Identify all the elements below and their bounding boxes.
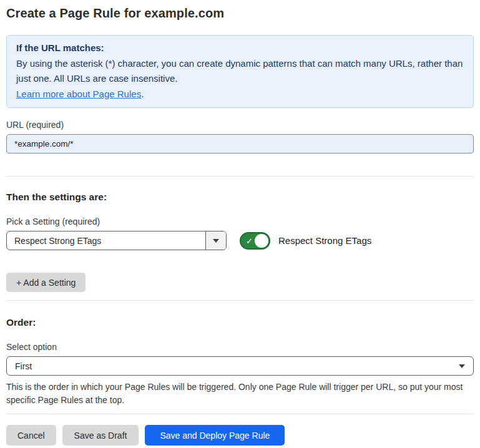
info-box-link-line: Learn more about Page Rules. [16, 87, 464, 102]
url-match-info-box: If the URL matches: By using the asteris… [6, 35, 474, 108]
order-section-heading: Order: [6, 317, 474, 328]
settings-section-heading: Then the settings are: [6, 192, 474, 203]
toggle-label: Respect Strong ETags [278, 235, 371, 246]
order-select-value: First [15, 361, 32, 371]
setting-select[interactable]: Respect Strong ETags [6, 231, 227, 250]
save-and-deploy-button[interactable]: Save and Deploy Page Rule [145, 425, 285, 446]
link-suffix-period: . [141, 89, 144, 99]
divider [6, 176, 474, 177]
url-field-label: URL (required) [6, 120, 474, 130]
info-box-body-text: By using the asterisk (*) character, you… [16, 58, 463, 84]
setting-select-caret-button[interactable] [205, 231, 226, 250]
check-icon: ✓ [246, 236, 253, 245]
setting-select-value: Respect Strong ETags [7, 231, 205, 250]
order-help-text: This is the order in which your Page Rul… [6, 381, 474, 407]
create-page-rule-form: Create a Page Rule for example.com If th… [0, 0, 480, 446]
order-select-label: Select option [6, 342, 474, 353]
url-input[interactable] [6, 134, 474, 153]
form-actions: Cancel Save as Draft Save and Deploy Pag… [6, 425, 474, 446]
page-title: Create a Page Rule for example.com [6, 6, 474, 21]
info-box-body: By using the asterisk (*) character, you… [16, 56, 464, 87]
pick-setting-label: Pick a Setting (required) [6, 217, 474, 227]
caret-down-icon [213, 239, 219, 243]
cancel-button[interactable]: Cancel [6, 425, 56, 446]
learn-more-link[interactable]: Learn more about Page Rules [16, 89, 141, 99]
toggle-knob [255, 234, 268, 248]
divider [6, 414, 474, 414]
info-box-heading: If the URL matches: [16, 41, 464, 56]
add-setting-button[interactable]: + Add a Setting [6, 273, 86, 292]
save-as-draft-button[interactable]: Save as Draft [62, 425, 139, 446]
order-select[interactable]: First [6, 356, 474, 376]
setting-toggle[interactable]: ✓ [240, 232, 270, 250]
divider [6, 300, 474, 301]
setting-row: Respect Strong ETags ✓ Respect Strong ET… [6, 231, 474, 250]
caret-down-icon [459, 364, 465, 368]
